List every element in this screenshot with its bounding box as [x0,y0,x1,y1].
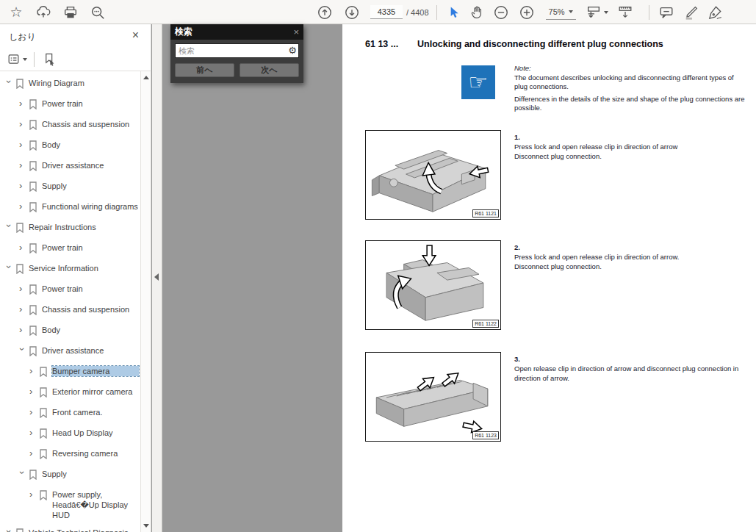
chevron-down-icon[interactable]: › [4,80,14,87]
page-number-input[interactable] [370,5,403,19]
bookmark-label: Power train [42,242,139,253]
bookmark-item[interactable]: ›Chassis and suspension [0,115,140,136]
bookmark-item[interactable]: ›Wiring Diagram [0,74,140,95]
chevron-right-icon[interactable]: › [29,366,37,376]
bookmark-icon [39,448,48,461]
chevron-down-icon [23,58,27,61]
bookmark-item[interactable]: ›Head Up Display [0,424,140,445]
scroll-down-icon[interactable] [143,524,149,528]
figure-connector-1: R61 1121 [365,130,501,220]
next-result-button[interactable]: 次へ [240,63,299,77]
bookmark-item[interactable]: ›Power train [0,95,140,115]
chevron-down-icon[interactable]: › [17,348,27,355]
zoom-level-dropdown[interactable]: 75% [546,5,576,20]
comment-icon[interactable] [658,4,675,21]
print-icon[interactable] [62,4,79,21]
search-icon[interactable] [89,4,107,21]
expand-current-bookmark-icon[interactable] [40,51,58,68]
section-number: 61 13 ... [365,39,398,49]
bookmark-item[interactable]: ›Body [0,321,140,342]
chevron-down-icon[interactable]: › [4,265,14,273]
bookmark-item[interactable]: ›Power supply, Headâ€�Up Display HUD [0,486,140,524]
fit-width-icon[interactable] [616,4,634,21]
sidebar-scrollbar[interactable] [140,71,151,532]
bookmark-item[interactable]: ›Functional wiring diagrams [0,198,140,218]
bookmark-label: Vehicle Technical Diagnosis [29,528,139,532]
page-display-icon[interactable] [586,4,609,21]
bookmark-item[interactable]: ›Repair Instructions [0,218,140,239]
chevron-right-icon[interactable]: › [29,387,37,397]
star-icon[interactable]: ☆ [7,4,25,21]
share-cloud-icon[interactable] [35,4,52,21]
bookmark-icon [39,489,48,503]
search-input[interactable] [175,43,299,58]
scroll-up-icon[interactable] [143,76,149,79]
bookmark-label: Service Information [29,263,139,273]
pdf-page: 61 13 ... Unlocking and disconnecting di… [342,24,756,532]
zoom-in-icon[interactable] [518,4,536,21]
bookmark-icon [29,119,38,132]
chevron-right-icon[interactable]: › [19,242,26,253]
bookmark-label: Driver assistance [42,345,139,356]
bookmark-item[interactable]: ›Service Information [0,259,140,280]
chevron-right-icon[interactable]: › [19,160,26,170]
bookmark-icon [15,78,25,91]
bookmark-item[interactable]: ›Reversing camera [0,445,140,465]
hand-tool-icon[interactable] [469,4,486,21]
fill-sign-icon[interactable] [707,4,724,21]
chevron-right-icon[interactable]: › [29,407,37,417]
bookmark-item[interactable]: ›Driver assistance [0,342,140,362]
panel-splitter[interactable] [152,24,162,532]
chevron-right-icon[interactable]: › [19,98,26,109]
gear-icon[interactable]: ⚙ [288,45,297,57]
document-canvas[interactable]: 61 13 ... Unlocking and disconnecting di… [163,24,756,532]
next-page-icon[interactable] [343,4,361,21]
note-paragraph: Differences in the details of the size a… [514,95,748,112]
close-icon[interactable]: × [293,26,299,37]
chevron-right-icon[interactable]: › [19,140,26,150]
previous-page-icon[interactable] [316,4,334,21]
bookmark-item[interactable]: ›Front camera. [0,403,140,424]
previous-result-button[interactable]: 前へ [175,63,234,77]
bookmark-icon [39,366,48,379]
bookmark-icon [39,428,48,441]
bookmark-item[interactable]: ›Body [0,136,140,157]
figure-label: R61 1121 [472,209,499,218]
chevron-right-icon[interactable]: › [19,304,26,314]
chevron-right-icon[interactable]: › [19,119,26,129]
bookmark-item[interactable]: ›Driver assistance [0,157,140,177]
close-icon[interactable]: × [132,29,139,42]
collapse-panel-icon[interactable] [154,273,159,281]
select-tool-icon[interactable] [444,4,462,21]
chevron-right-icon[interactable]: › [19,325,26,335]
bookmark-item-selected[interactable]: ›Bumper camera [0,362,140,383]
zoom-out-icon[interactable] [492,4,510,21]
chevron-down-icon[interactable]: › [4,224,14,231]
bookmark-icon [29,325,38,338]
note-block: Note: The document describes unlocking a… [514,64,748,116]
bookmark-item[interactable]: ›Exterior mirror camera [0,383,140,403]
bookmark-label: Functional wiring diagrams [42,201,139,212]
chevron-right-icon[interactable]: › [29,489,37,500]
search-popup-title: 検索 [175,26,192,38]
chevron-right-icon[interactable]: › [19,181,26,191]
bookmark-item[interactable]: ›Supply [0,465,140,486]
chevron-down-icon[interactable]: › [17,471,27,478]
step-number: 3. [514,354,756,364]
highlight-icon[interactable] [683,4,700,21]
chevron-right-icon[interactable]: › [29,428,37,438]
bookmark-item[interactable]: ›Supply [0,177,140,198]
bookmark-item[interactable]: ›Vehicle Technical Diagnosis [0,524,140,532]
bookmark-label: Power train [42,98,139,109]
bookmark-item[interactable]: ›Power train [0,239,140,259]
chevron-right-icon[interactable]: › [19,201,26,212]
chevron-right-icon[interactable]: › [19,284,26,294]
sidebar-tools-divider [34,52,35,67]
bookmark-options-icon[interactable] [6,51,28,68]
search-popup: 検索 × ⚙ 前へ 次へ [170,24,303,83]
bookmark-item[interactable]: ›Power train [0,280,140,301]
bookmark-icon [29,98,38,112]
chevron-right-icon[interactable]: › [29,448,37,459]
bookmark-item[interactable]: ›Chassis and suspension [0,301,140,321]
bookmark-label: Chassis and suspension [42,119,139,129]
